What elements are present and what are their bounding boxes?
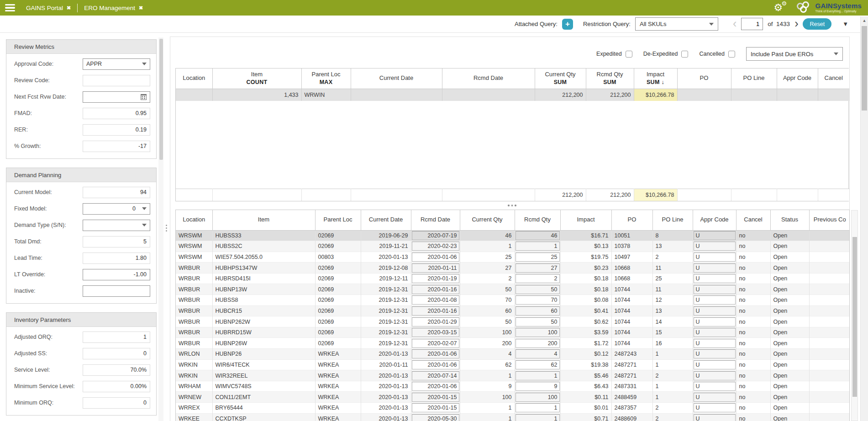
table-row[interactable]: WRBURHUBRSD415I020692019-12-112020-01-19… <box>176 273 850 284</box>
editable-cell[interactable]: 2020-01-29 <box>412 317 459 326</box>
col-parent-loc[interactable]: Parent Loc <box>315 210 361 230</box>
minimum-service-level-field[interactable]: 0.00% <box>83 381 150 392</box>
table-row[interactable]: WRBURHUBCR15020692019-12-312020-01-16606… <box>176 305 850 316</box>
editable-cell[interactable]: 9 <box>516 382 560 391</box>
col-rcmd-date[interactable]: Rcmd Date <box>411 210 460 230</box>
col-item[interactable]: Item <box>212 210 315 230</box>
demand-type-s-n-select[interactable] <box>83 220 150 231</box>
editable-cell[interactable]: U <box>694 349 736 358</box>
lt-override-field[interactable]: -1.00 <box>83 269 150 280</box>
page-number-input[interactable] <box>741 18 763 30</box>
editable-cell[interactable]: U <box>694 231 736 240</box>
editable-cell[interactable]: 62 <box>516 360 560 369</box>
editable-cell[interactable]: 2020-05-30 <box>412 414 459 421</box>
col-current-qty[interactable]: Current QtySUM <box>535 68 586 89</box>
editable-cell[interactable]: 2020-01-19 <box>412 274 459 283</box>
editable-cell[interactable]: U <box>694 317 736 326</box>
editable-cell[interactable]: 4 <box>516 349 560 358</box>
editable-cell[interactable]: 1 <box>516 371 560 380</box>
table-row[interactable]: WRSWMHUBSS33020692019-06-292020-07-19464… <box>176 230 850 241</box>
editable-cell[interactable]: 2020-03-15 <box>412 328 459 337</box>
editable-cell[interactable]: 2020-01-11 <box>412 263 459 273</box>
editable-cell[interactable]: 2 <box>516 274 560 283</box>
de-expedited-checkbox[interactable] <box>681 51 688 58</box>
col-appr-code[interactable]: Appr Code <box>777 68 818 89</box>
editable-cell[interactable]: 1 <box>516 414 560 421</box>
editable-cell[interactable]: U <box>694 382 736 391</box>
editable-cell[interactable]: 2020-01-08 <box>412 295 459 305</box>
editable-cell[interactable]: 2020-01-15 <box>412 393 459 402</box>
editable-cell[interactable]: U <box>694 393 736 402</box>
table-row[interactable]: WRNEWCON11/2EMTWRKEA2020-01-132020-01-15… <box>176 392 850 403</box>
lead-time-field[interactable]: 1.80 <box>83 253 150 264</box>
tab-ero-management[interactable]: ERO Management ✖ <box>81 5 146 11</box>
add-attached-query-button[interactable]: + <box>562 19 573 30</box>
editable-cell[interactable]: U <box>694 285 736 294</box>
editable-cell[interactable]: 1 <box>516 242 560 251</box>
editable-cell[interactable]: U <box>694 253 736 262</box>
editable-cell[interactable]: 2020-07-19 <box>412 231 459 240</box>
editable-cell[interactable]: U <box>694 306 736 316</box>
editable-cell[interactable]: 60 <box>516 306 560 316</box>
table-row[interactable]: WRSWMWIE57.504.2055.0008032020-01-132020… <box>176 252 850 263</box>
col-cancel[interactable]: Cancel <box>736 210 770 230</box>
grid-splitter-handle[interactable] <box>175 202 849 209</box>
cancelled-checkbox-wrap[interactable]: Cancelled <box>699 51 735 58</box>
table-row[interactable]: WRSWMHUBSS2C020692019-11-212020-02-2311$… <box>176 241 850 252</box>
col-po-line[interactable]: PO Line <box>652 210 693 230</box>
calendar-icon[interactable] <box>141 94 147 100</box>
table-row[interactable]: WRBURHUBRRD15W020692019-12-312020-03-151… <box>176 327 850 338</box>
editable-cell[interactable]: 2020-01-06 <box>412 253 459 262</box>
adjusted-orq-field[interactable]: 1 <box>83 332 150 343</box>
table-row[interactable]: WRBURHUBNP13W020692019-12-312020-01-1650… <box>176 284 850 295</box>
editable-cell[interactable]: U <box>694 403 736 412</box>
page-scrollbar[interactable]: ▲ <box>860 16 868 421</box>
reset-button[interactable]: Reset <box>803 18 831 30</box>
de-expedited-checkbox-wrap[interactable]: De-Expedited <box>643 51 689 58</box>
col-location[interactable]: Location <box>176 68 212 89</box>
total-dmd-field[interactable]: 5 <box>83 236 150 247</box>
aggregate-row[interactable]: 1,433WRWIN212,200212,200$10,266.78 <box>176 89 849 101</box>
detail-grid-scrollbar[interactable] <box>851 210 858 421</box>
editable-cell[interactable]: U <box>694 274 736 283</box>
inactive-field[interactable] <box>83 285 150 297</box>
service-level-field[interactable]: 70.0% <box>83 364 150 376</box>
col-impact[interactable]: Impact <box>560 210 611 230</box>
fmad-field[interactable]: 0.95 <box>83 108 150 119</box>
col-status[interactable]: Status <box>770 210 809 230</box>
col-parent-loc[interactable]: Parent LocMAX <box>301 68 351 89</box>
table-row[interactable]: WRREXBRY65444WRKEA2020-01-132020-01-1511… <box>176 403 850 414</box>
rer-field[interactable]: 0.19 <box>83 124 150 136</box>
editable-cell[interactable]: U <box>694 339 736 348</box>
grid-menu-caret-icon[interactable]: ▼ <box>842 21 848 27</box>
growth-field[interactable]: -17 <box>83 141 150 152</box>
col-current-date[interactable]: Current Date <box>351 68 442 89</box>
table-row[interactable]: WRBURHUBNP262W020692019-12-312020-01-295… <box>176 316 850 327</box>
editable-cell[interactable]: U <box>694 328 736 337</box>
editable-cell[interactable]: 200 <box>516 339 560 348</box>
col-cancel[interactable]: Cancel <box>818 68 849 89</box>
include-past-due-select[interactable]: Include Past Due EROs <box>746 47 843 61</box>
editable-cell[interactable]: 2020-01-16 <box>412 285 459 294</box>
close-icon[interactable]: ✖ <box>139 5 143 11</box>
table-row[interactable]: WRHAMWIMVC5748SWRKEA2020-01-132020-01-06… <box>176 381 850 392</box>
editable-cell[interactable]: 2020-01-15 <box>412 403 459 412</box>
col-current-qty[interactable]: Current Qty <box>460 210 515 230</box>
col-impact[interactable]: ImpactSUM ↓ <box>634 68 677 89</box>
scrollbar-thumb[interactable] <box>852 237 857 397</box>
col-po-line[interactable]: PO Line <box>731 68 777 89</box>
table-row[interactable]: WRBURHUBNP26W020692019-12-312020-02-0720… <box>176 338 850 349</box>
prev-page-icon[interactable]: ‹ <box>733 18 736 29</box>
restriction-query-select[interactable]: All SKULs <box>635 17 718 31</box>
editable-cell[interactable]: U <box>694 371 736 380</box>
table-row[interactable]: WRKINWIR6/4TECKWRKEA2020-01-112020-01-06… <box>176 359 850 370</box>
menu-icon[interactable] <box>5 4 15 11</box>
editable-cell[interactable]: U <box>694 295 736 305</box>
cancelled-checkbox[interactable] <box>728 51 735 58</box>
col-location[interactable]: Location <box>176 210 212 230</box>
col-current-date[interactable]: Current Date <box>361 210 411 230</box>
table-row[interactable]: WRLONHUBNP26WRKEA2020-01-132020-01-0644$… <box>176 349 850 360</box>
expedited-checkbox[interactable] <box>626 51 632 58</box>
col-item[interactable]: ItemCOUNT <box>212 68 301 89</box>
editable-cell[interactable]: 2020-07-14 <box>412 371 459 380</box>
